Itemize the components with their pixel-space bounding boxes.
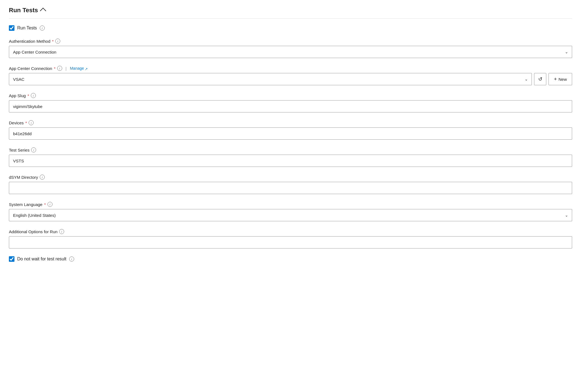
section-collapse-icon[interactable] [40,8,46,14]
dsym-directory-input[interactable] [9,182,572,194]
plus-icon: + [554,77,557,82]
app-center-connection-field: App Center Connection * i | Manage VSAC … [9,66,572,85]
app-center-connection-label-row: App Center Connection * i | Manage [9,66,572,71]
system-language-required: * [44,202,46,207]
devices-input[interactable] [9,127,572,140]
run-tests-label: Run Tests [17,26,37,31]
app-slug-required: * [27,93,29,98]
section-header: Run Tests [9,7,572,19]
system-language-select[interactable]: English (United States) [9,209,572,221]
authentication-method-label: Authentication Method [9,39,50,44]
devices-info-icon[interactable]: i [29,120,34,125]
system-language-label: System Language [9,202,42,207]
authentication-method-required: * [52,39,54,44]
new-button[interactable]: + New [549,73,572,85]
app-center-connection-info-icon[interactable]: i [57,66,62,71]
test-series-info-icon[interactable]: i [31,147,36,152]
app-center-connection-select-wrapper: VSAC ⌄ [9,73,532,85]
app-center-connection-select[interactable]: VSAC [9,73,532,85]
authentication-method-label-row: Authentication Method * i [9,39,572,44]
app-center-connection-required: * [54,66,56,71]
system-language-label-row: System Language * i [9,202,572,207]
refresh-icon: ↺ [538,76,542,82]
page-container: Run Tests Run Tests i Authentication Met… [0,0,581,392]
manage-link-label: Manage [70,66,84,71]
connection-row: VSAC ⌄ ↺ + New [9,73,572,85]
app-center-connection-label: App Center Connection [9,66,52,71]
authentication-method-select-wrapper: App Center Connection ⌄ [9,46,572,58]
additional-options-label-row: Additional Options for Run i [9,229,572,234]
devices-label: Devices [9,120,24,125]
do-not-wait-label: Do not wait for test result [17,257,66,262]
app-slug-info-icon[interactable]: i [31,93,36,98]
test-series-label: Test Series [9,148,29,152]
system-language-select-wrapper: English (United States) ⌄ [9,209,572,221]
do-not-wait-checkbox-row: Do not wait for test result i [9,256,572,262]
test-series-field: Test Series i [9,147,572,167]
section-title: Run Tests [9,7,38,14]
devices-required: * [25,120,27,125]
run-tests-checkbox[interactable] [9,25,14,31]
authentication-method-select[interactable]: App Center Connection [9,46,572,58]
authentication-method-field: Authentication Method * i App Center Con… [9,39,572,58]
new-button-label: New [559,77,567,82]
system-language-field: System Language * i English (United Stat… [9,202,572,221]
devices-label-row: Devices * i [9,120,572,125]
dsym-directory-field: dSYM Directory i [9,175,572,194]
devices-field: Devices * i [9,120,572,140]
manage-link[interactable]: Manage [70,66,89,71]
app-slug-input[interactable] [9,100,572,112]
system-language-info-icon[interactable]: i [47,202,52,207]
dsym-directory-label: dSYM Directory [9,175,38,180]
do-not-wait-checkbox[interactable] [9,256,14,262]
additional-options-field: Additional Options for Run i [9,229,572,248]
do-not-wait-info-icon[interactable]: i [69,257,74,262]
app-slug-field: App Slug * i [9,93,572,112]
dsym-directory-info-icon[interactable]: i [40,175,45,180]
additional-options-label: Additional Options for Run [9,229,57,234]
dsym-directory-label-row: dSYM Directory i [9,175,572,180]
external-link-icon [85,67,88,70]
additional-options-input[interactable] [9,236,572,248]
app-slug-label: App Slug [9,93,26,98]
app-slug-label-row: App Slug * i [9,93,572,98]
authentication-method-info-icon[interactable]: i [55,39,60,44]
test-series-input[interactable] [9,155,572,167]
run-tests-checkbox-row: Run Tests i [9,25,572,31]
test-series-label-row: Test Series i [9,147,572,152]
pipe-separator: | [66,66,67,71]
refresh-button[interactable]: ↺ [534,73,546,85]
additional-options-info-icon[interactable]: i [59,229,64,234]
run-tests-info-icon[interactable]: i [40,26,45,31]
